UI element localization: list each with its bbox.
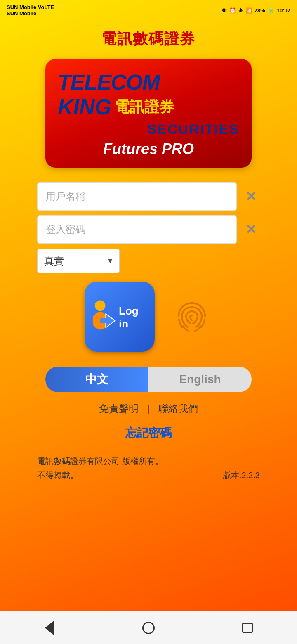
chinese-language-button[interactable]: 中文: [45, 367, 148, 392]
navigation-bar: [0, 611, 297, 644]
status-bar: SUN Mobile VoLTE SUN Mobile 👁 ⏰ ✳ 📶 78% …: [0, 0, 297, 21]
username-row: ✕: [37, 182, 260, 211]
contact-link[interactable]: 聯絡我們: [158, 402, 198, 415]
version-text: 版本:2.2.3: [223, 468, 260, 482]
carrier1-text: SUN Mobile VoLTE: [7, 4, 54, 10]
password-clear-icon: ✕: [245, 222, 257, 237]
fingerprint-icon: [173, 298, 210, 335]
login-label: Log in: [119, 305, 151, 330]
copyright-block: 電訊數碼證券有限公司 版權所有。 不得轉載。 版本:2.2.3: [37, 454, 260, 482]
app-title: 電訊數碼證券: [101, 29, 196, 49]
env-dropdown-row: 真實 模擬: [37, 249, 260, 273]
logo-card: TELECOM KING 電訊證券 SECURITIES Futures PRO: [45, 59, 252, 168]
login-button-content: Log in: [85, 282, 155, 352]
signal-icon: 📶: [245, 7, 252, 14]
username-clear-icon: ✕: [245, 189, 257, 204]
status-icons: 👁 ⏰ ✳ 📶 78% 🔋 10:07: [222, 7, 290, 14]
back-icon: [45, 620, 54, 635]
recents-icon: [242, 623, 253, 633]
link-divider: ｜: [144, 402, 153, 415]
back-button[interactable]: [37, 620, 62, 636]
logo-line2: KING 電訊證券: [58, 95, 239, 119]
home-button[interactable]: [136, 620, 161, 636]
svg-point-0: [95, 301, 106, 311]
recents-button[interactable]: [235, 620, 260, 636]
login-button[interactable]: Log in: [85, 282, 155, 352]
carrier-info: SUN Mobile VoLTE SUN Mobile: [7, 4, 54, 17]
english-language-button[interactable]: English: [148, 367, 252, 392]
svg-marker-3: [106, 314, 115, 328]
logo-futures: Futures PRO: [58, 140, 239, 158]
links-row: 免責聲明 ｜ 聯絡我們: [99, 402, 198, 415]
env-select[interactable]: 真實 模擬: [37, 249, 120, 273]
alarm-icon: ⏰: [229, 7, 236, 14]
logo-chinese: 電訊證券: [115, 97, 174, 117]
person-icon: [89, 298, 117, 335]
copyright-line1: 電訊數碼證券有限公司 版權所有。: [37, 454, 260, 468]
time-text: 10:07: [277, 7, 290, 14]
username-input[interactable]: [37, 182, 237, 211]
logo-king: KING: [58, 95, 111, 119]
login-area: Log in: [37, 282, 260, 352]
carrier2-text: SUN Mobile: [7, 10, 54, 17]
bluetooth-icon: ✳: [238, 7, 243, 14]
battery-icon: 🔋: [268, 7, 274, 14]
env-select-wrapper: 真實 模擬: [37, 249, 120, 273]
main-content: 電訊數碼證券 TELECOM KING 電訊證券 SECURITIES Futu…: [0, 21, 297, 611]
logo-securities: SECURITIES: [58, 122, 239, 137]
forgot-password-link[interactable]: 忘記密碼: [125, 425, 172, 441]
fingerprint-button[interactable]: [171, 296, 212, 337]
disclaimer-link[interactable]: 免責聲明: [99, 402, 139, 415]
password-clear-button[interactable]: ✕: [242, 220, 260, 239]
username-clear-button[interactable]: ✕: [242, 187, 260, 206]
logo-line1: TELECOM: [58, 71, 239, 93]
password-input[interactable]: [37, 215, 237, 244]
form-area: ✕ ✕ 真實 模擬: [37, 182, 260, 367]
password-row: ✕: [37, 215, 260, 244]
home-icon: [142, 622, 155, 634]
svg-rect-4: [100, 318, 107, 323]
language-toggle: 中文 English: [45, 367, 252, 392]
battery-text: 78%: [255, 7, 265, 14]
eye-icon: 👁: [222, 7, 227, 14]
